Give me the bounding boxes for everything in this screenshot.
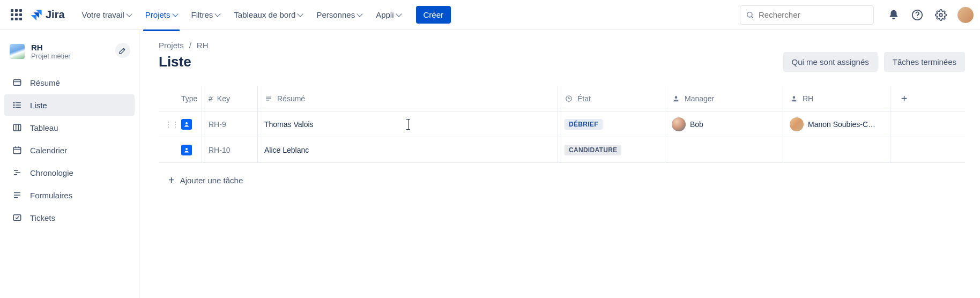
col-type[interactable]: Type xyxy=(175,86,202,111)
cell-empty xyxy=(890,137,911,162)
create-button[interactable]: Créer xyxy=(416,6,451,24)
cell-key[interactable]: RH-10 xyxy=(202,137,257,162)
page-actions: Qui me sont assignés Tâches terminées xyxy=(783,52,965,72)
issue-type-icon xyxy=(181,119,192,130)
cell-type[interactable] xyxy=(175,111,202,137)
sidebar-item-label: Formulaires xyxy=(30,191,72,200)
top-nav: Jira Votre travail Projets Filtres Table… xyxy=(0,0,980,30)
filter-assigned-button[interactable]: Qui me sont assignés xyxy=(783,52,878,72)
hash-icon: # xyxy=(209,94,213,103)
sidebar-item-label: Liste xyxy=(30,101,47,110)
status-badge: DÉBRIEF xyxy=(565,119,603,130)
person-icon xyxy=(672,94,680,103)
jira-logo[interactable]: Jira xyxy=(31,9,65,21)
nav-projects[interactable]: Projets xyxy=(139,6,184,24)
help-icon[interactable] xyxy=(910,8,924,22)
nav-your-work[interactable]: Votre travail xyxy=(76,6,138,24)
nav-dashboards[interactable]: Tableaux de bord xyxy=(227,6,309,24)
cell-key[interactable]: RH-9 xyxy=(202,111,257,137)
settings-icon[interactable] xyxy=(934,8,948,22)
add-column-button[interactable]: + xyxy=(890,86,911,111)
col-summary[interactable]: Résumé xyxy=(257,86,558,111)
svg-rect-13 xyxy=(13,124,21,131)
col-key-label: Key xyxy=(217,94,230,103)
nav-apps-label: Appli xyxy=(376,10,394,19)
app-switcher-icon[interactable] xyxy=(6,5,26,25)
svg-point-34 xyxy=(185,148,188,150)
cell-rh[interactable] xyxy=(783,137,890,162)
sidebar-item-summary[interactable]: Résumé xyxy=(4,72,135,93)
project-subtitle: Projet métier xyxy=(31,52,71,60)
nav-filters-label: Filtres xyxy=(191,10,213,19)
svg-point-11 xyxy=(13,105,14,106)
manager-name: Bob xyxy=(690,120,703,129)
notifications-icon[interactable] xyxy=(887,8,901,22)
sidebar-item-list[interactable]: Liste xyxy=(4,94,135,116)
summary-text: Alice Leblanc xyxy=(264,146,309,154)
add-task-button[interactable]: + Ajouter une tâche xyxy=(159,175,965,185)
nav-your-work-label: Votre travail xyxy=(82,10,124,19)
filter-done-button[interactable]: Tâches terminées xyxy=(884,52,965,72)
cell-type[interactable] xyxy=(175,137,202,162)
project-theme-button[interactable] xyxy=(115,43,130,58)
nav-utility-icons xyxy=(887,7,974,23)
svg-point-33 xyxy=(185,122,188,124)
svg-rect-16 xyxy=(13,147,21,154)
cell-summary[interactable]: Thomas Valois xyxy=(257,111,558,137)
nav-filters[interactable]: Filtres xyxy=(185,6,227,24)
text-icon xyxy=(264,94,273,103)
col-key[interactable]: #Key xyxy=(202,86,257,111)
sidebar-item-label: Chronologie xyxy=(30,168,73,177)
nav-people[interactable]: Personnes xyxy=(310,6,368,24)
chevron-down-icon xyxy=(215,11,221,17)
summary-icon xyxy=(12,77,23,88)
breadcrumb-current[interactable]: RH xyxy=(197,41,209,50)
user-avatar[interactable] xyxy=(957,7,974,23)
search-box[interactable] xyxy=(740,5,874,25)
col-drag xyxy=(159,86,175,111)
cell-rh[interactable]: Manon Soubies-C… xyxy=(783,111,890,137)
table-row[interactable]: RH-10 Alice Leblanc CANDIDATURE xyxy=(159,137,965,163)
col-status-label: État xyxy=(577,94,591,103)
svg-point-4 xyxy=(939,13,942,17)
project-header[interactable]: RH Projet métier xyxy=(4,39,135,64)
col-rh-label: RH xyxy=(803,94,813,103)
chevron-down-icon xyxy=(298,11,303,17)
cell-summary[interactable]: Alice Leblanc xyxy=(257,137,558,162)
col-manager[interactable]: Manager xyxy=(665,86,783,111)
calendar-icon xyxy=(12,145,23,155)
breadcrumb-separator: / xyxy=(189,41,191,50)
table-row[interactable]: ⋮⋮ RH-9 Thomas Valois DÉBRIEF Bob Manon … xyxy=(159,111,965,137)
project-name: RH xyxy=(31,43,71,52)
svg-point-12 xyxy=(13,107,14,108)
summary-text: Thomas Valois xyxy=(264,120,314,129)
list-icon xyxy=(12,100,23,110)
nav-projects-label: Projets xyxy=(145,10,170,19)
paint-icon xyxy=(118,46,127,55)
sidebar-item-forms[interactable]: Formulaires xyxy=(4,184,135,206)
rh-name: Manon Soubies-C… xyxy=(808,120,875,129)
sidebar-item-timeline[interactable]: Chronologie xyxy=(4,162,135,183)
sidebar-item-tickets[interactable]: Tickets xyxy=(4,207,135,228)
drag-handle-icon[interactable]: ⋮⋮ xyxy=(159,111,175,137)
person-icon xyxy=(790,94,798,103)
col-rh[interactable]: RH xyxy=(783,86,890,111)
breadcrumb: Projets / RH xyxy=(159,41,965,50)
plus-icon: + xyxy=(168,175,175,185)
brand-label: Jira xyxy=(46,9,65,21)
cell-status[interactable]: CANDIDATURE xyxy=(558,137,665,162)
nav-apps[interactable]: Appli xyxy=(369,6,407,24)
col-status[interactable]: État xyxy=(558,86,665,111)
tickets-icon xyxy=(12,212,23,223)
cell-manager[interactable] xyxy=(665,137,783,162)
issue-key-link[interactable]: RH-9 xyxy=(209,120,226,129)
chevron-down-icon xyxy=(126,11,132,17)
cell-manager[interactable]: Bob xyxy=(665,111,783,137)
sidebar-item-calendar[interactable]: Calendrier xyxy=(4,139,135,161)
search-input[interactable] xyxy=(759,10,868,19)
svg-rect-26 xyxy=(13,215,21,221)
cell-status[interactable]: DÉBRIEF xyxy=(558,111,665,137)
sidebar-item-board[interactable]: Tableau xyxy=(4,117,135,138)
breadcrumb-root[interactable]: Projets xyxy=(159,41,184,50)
issue-key-link[interactable]: RH-10 xyxy=(209,146,230,154)
